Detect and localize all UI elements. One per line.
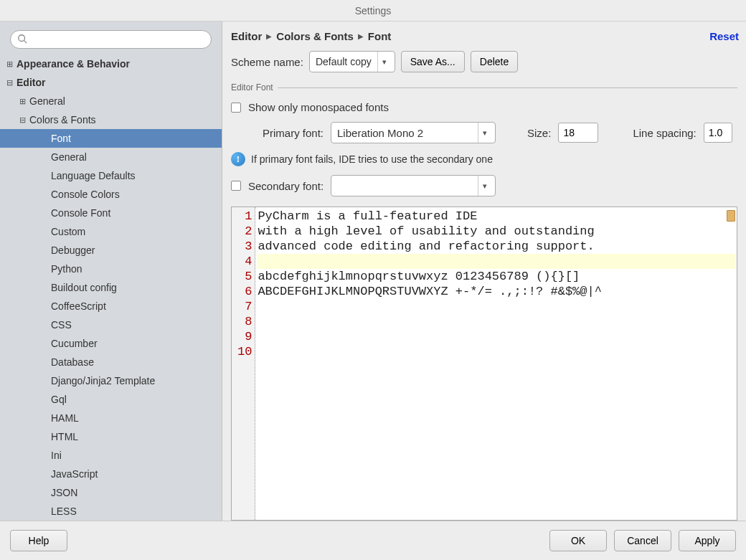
window-title: Settings — [355, 5, 392, 16]
divider — [278, 87, 737, 88]
collapse-icon[interactable]: ⊟ — [4, 77, 14, 87]
tree-item[interactable]: Ini — [0, 446, 222, 465]
expand-icon[interactable]: ⊞ — [17, 96, 27, 106]
tree-toggle-spacer — [39, 320, 49, 330]
tree-item-label: Custom — [51, 226, 85, 237]
secondary-font-combo[interactable]: ▾ — [331, 175, 496, 196]
tree-item[interactable]: Custom — [0, 222, 222, 241]
info-row: ! If primary font fails, IDE tries to us… — [231, 148, 737, 171]
tree-toggle-spacer — [39, 506, 49, 516]
title-bar: Settings — [0, 0, 746, 22]
tree-item[interactable]: Cucumber — [0, 334, 222, 353]
tree-item[interactable]: HTML — [0, 427, 222, 446]
tree-item-label: JSON — [51, 487, 77, 498]
preview-line: with a high level of usability and outst… — [257, 224, 735, 239]
tree-item[interactable]: General — [0, 148, 222, 166]
secondary-font-checkbox[interactable] — [231, 181, 241, 191]
tree-item[interactable]: ⊟Colors & Fonts — [0, 110, 222, 129]
tree-item[interactable]: ⊟Editor — [0, 73, 222, 92]
expand-icon[interactable]: ⊞ — [4, 59, 14, 69]
info-text: If primary font fails, IDE tries to use … — [251, 153, 493, 165]
tree-item[interactable]: Console Colors — [0, 185, 222, 204]
tree-item-label: JavaScript — [51, 468, 98, 480]
tree-item[interactable]: ⊞General — [0, 92, 222, 110]
tree-toggle-spacer — [39, 245, 49, 255]
collapse-icon[interactable]: ⊟ — [17, 115, 27, 125]
tree-item-label: CoffeeScript — [51, 300, 106, 312]
info-icon: ! — [231, 152, 245, 166]
tree-item-label: Python — [51, 263, 82, 275]
tree-item-label: Django/Jinja2 Template — [51, 375, 155, 386]
tree-item-label: Console Font — [51, 207, 110, 219]
tree-item[interactable]: HAML — [0, 409, 222, 427]
search-box — [10, 30, 212, 49]
font-preview: 12345678910 PyCharm is a full-featured I… — [231, 207, 737, 521]
breadcrumb-part: Editor — [231, 30, 262, 42]
tree-item[interactable]: CSS — [0, 315, 222, 334]
chevron-down-icon: ▾ — [478, 123, 491, 143]
help-button[interactable]: Help — [10, 530, 67, 551]
tree-item-label: Database — [51, 356, 94, 368]
preview-line — [257, 299, 735, 314]
show-mono-checkbox[interactable] — [231, 103, 241, 113]
tree-toggle-spacer — [39, 357, 49, 367]
search-input[interactable] — [10, 30, 212, 49]
save-as-button[interactable]: Save As... — [401, 51, 465, 72]
tree-item-label: Editor — [16, 77, 45, 88]
ok-button[interactable]: OK — [549, 530, 607, 551]
scheme-label: Scheme name: — [231, 56, 303, 68]
tree-item[interactable]: Gql — [0, 390, 222, 409]
reset-link[interactable]: Reset — [709, 30, 739, 42]
preview-code[interactable]: PyCharm is a full-featured IDEwith a hig… — [255, 207, 737, 520]
tree-item[interactable]: Database — [0, 353, 222, 371]
breadcrumb-part: Font — [368, 30, 391, 42]
size-input[interactable] — [558, 123, 598, 143]
tree-item[interactable]: Django/Jinja2 Template — [0, 371, 222, 390]
breadcrumb-part: Colors & Fonts — [276, 30, 354, 42]
tree-item[interactable]: LESS — [0, 502, 222, 521]
tree-item[interactable]: Buildout config — [0, 278, 222, 297]
tree-item-label: General — [51, 151, 87, 163]
tree-toggle-spacer — [39, 394, 49, 404]
main-header: Editor ▶ Colors & Fonts ▶ Font Reset — [222, 22, 746, 48]
scroll-marker[interactable] — [727, 210, 735, 222]
tree-item[interactable]: Debugger — [0, 241, 222, 260]
preview-line: advanced code editing and refactoring su… — [257, 239, 735, 254]
tree-item[interactable]: JavaScript — [0, 465, 222, 483]
cancel-button[interactable]: Cancel — [614, 530, 671, 551]
content-area: ⊞Appearance & Behavior⊟Editor⊞General⊟Co… — [0, 22, 746, 521]
line-spacing-input[interactable] — [704, 123, 732, 143]
tree-toggle-spacer — [39, 283, 49, 293]
tree-toggle-spacer — [39, 432, 49, 442]
tree-item[interactable]: CoffeeScript — [0, 297, 222, 315]
editor-font-form: Show only monospaced fonts Primary font:… — [222, 92, 746, 201]
tree-item-label: LESS — [51, 506, 77, 517]
preview-line — [257, 314, 735, 329]
tree-item[interactable]: Python — [0, 260, 222, 278]
tree-item[interactable]: Console Font — [0, 204, 222, 222]
tree-item-label: Console Colors — [51, 189, 120, 200]
sidebar: ⊞Appearance & Behavior⊟Editor⊞General⊟Co… — [0, 22, 222, 521]
apply-button[interactable]: Apply — [679, 530, 736, 551]
tree-item[interactable]: Language Defaults — [0, 166, 222, 185]
primary-font-label: Primary font: — [263, 127, 324, 139]
tree-item-label: Language Defaults — [51, 170, 136, 181]
tree-item-label: Debugger — [51, 245, 95, 256]
tree-toggle-spacer — [39, 227, 49, 237]
tree-item[interactable]: JSON — [0, 483, 222, 502]
preview-line — [257, 329, 735, 344]
scheme-combo[interactable]: Default copy ▾ — [309, 51, 395, 72]
tree-item-label: HAML — [51, 412, 79, 424]
tree-toggle-spacer — [39, 208, 49, 218]
primary-font-combo[interactable]: Liberation Mono 2 ▾ — [331, 122, 496, 143]
settings-tree[interactable]: ⊞Appearance & Behavior⊟Editor⊞General⊟Co… — [0, 54, 222, 521]
delete-button[interactable]: Delete — [471, 51, 518, 72]
tree-toggle-spacer — [39, 171, 49, 181]
tree-toggle-spacer — [39, 152, 49, 162]
tree-item[interactable]: ⊞Appearance & Behavior — [0, 54, 222, 73]
tree-item-label: CSS — [51, 319, 72, 331]
preview-gutter: 12345678910 — [232, 207, 255, 520]
primary-font-value: Liberation Mono 2 — [337, 127, 472, 139]
chevron-right-icon: ▶ — [358, 32, 364, 40]
tree-item[interactable]: Font — [0, 129, 222, 148]
